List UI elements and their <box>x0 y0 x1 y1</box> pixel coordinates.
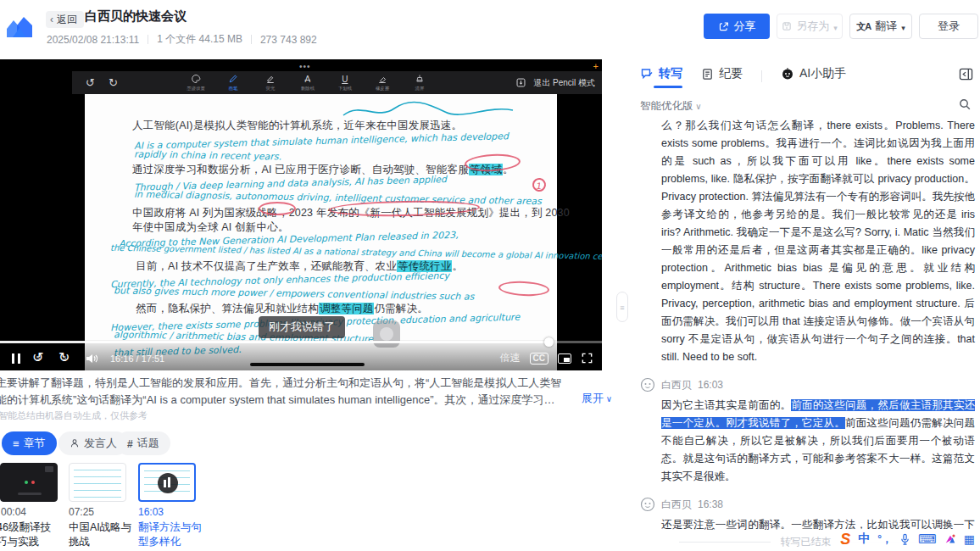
playback-speed-button[interactable]: 倍速 <box>500 351 521 365</box>
tool-pen[interactable]: 画笔 <box>214 74 252 92</box>
redo-icon[interactable] <box>109 76 118 89</box>
red-number-badge: 1 <box>532 177 547 192</box>
translate-button[interactable]: 文A 翻译 <box>849 14 912 39</box>
tool-highlighter[interactable]: 荧光 <box>252 74 289 92</box>
top-bar: 返回 白西贝的快速会议 2025/02/08 21:13:11 1 个文件 44… <box>0 0 980 53</box>
ime-toolbox-icon[interactable] <box>964 532 975 547</box>
broom-icon <box>415 74 425 85</box>
search-icon[interactable] <box>958 97 972 111</box>
keyboard-icon[interactable] <box>918 532 937 547</box>
transcript-block: 白西贝 16:38 还是要注意一些词的翻译。一些翻译方法，比如说我可以调换一下句… <box>640 497 977 532</box>
pip-icon[interactable] <box>558 353 571 364</box>
share-button[interactable]: 分享 <box>704 14 770 39</box>
canvas-text: 通过深度学习和数据分析，AI 已应用于医疗诊断、自动驾驶、智能客服 <box>132 164 469 175</box>
rewind-5s-button[interactable]: 5 <box>32 351 47 365</box>
more-dots-icon <box>299 62 311 71</box>
video-player[interactable]: 人工智能(AI)是模拟人类智能的计算机系统，近年来在中国发展迅速。 AI is … <box>0 59 602 370</box>
ai-assistant-label: AI小助手 <box>799 66 846 81</box>
tool-strikethrough[interactable]: 删除线 <box>289 74 326 92</box>
page-title: 白西贝的快速会议 <box>85 8 187 25</box>
canvas-text-line: 通过深度学习和数据分析，AI 已应用于医疗诊断、自动驾驶、智能客服等领域。 <box>132 163 514 177</box>
eraser-icon <box>377 74 387 85</box>
chapter-time-2[interactable]: 07:25 <box>69 506 94 518</box>
ime-language-toggle[interactable]: 中 <box>858 532 870 547</box>
thumb-dot <box>31 481 35 484</box>
exit-pencil-mode-button[interactable]: 退出 Pencil 模式 <box>533 77 595 89</box>
speaker-header: 白西贝 16:38 <box>640 497 977 512</box>
thumb-bar <box>18 493 42 495</box>
tab-chapters[interactable]: 章节 <box>2 431 57 455</box>
strikethrough-icon <box>304 74 310 85</box>
tool-eraser[interactable]: 橡皮擦 <box>364 74 401 92</box>
save-as-button[interactable]: 另存为 <box>777 14 843 39</box>
transcript-content[interactable]: 么？那么我们这句话怎么翻译，there exists。Problems. The… <box>640 117 977 532</box>
chapter-label-3[interactable]: 翻译方法与句型多样化 <box>138 520 203 549</box>
video-progress-bar[interactable] <box>0 341 602 343</box>
thumb-window <box>45 466 53 472</box>
panel-resize-handle[interactable] <box>616 292 628 322</box>
tool-ink-settings[interactable]: 墨迹设置 <box>177 74 214 92</box>
chapter-thumbnail-3[interactable] <box>138 463 196 502</box>
pause-button[interactable] <box>12 353 20 364</box>
summary-disclaimer: 智能总结由机器自动生成，仅供参考 <box>0 409 148 422</box>
chapter-thumbnail-1[interactable] <box>0 463 58 502</box>
microphone-icon[interactable] <box>899 533 910 546</box>
chapter-label-1[interactable]: 46级翻译技巧与实践 <box>0 520 61 549</box>
meta-file-info: 1 个文件 44.15 MB <box>157 32 242 47</box>
expand-summary-button[interactable]: 展开 <box>582 391 612 406</box>
volume-icon[interactable] <box>85 353 98 365</box>
tab-minutes[interactable]: 纪要 <box>701 66 743 86</box>
tool-label: 橡皮擦 <box>376 85 389 92</box>
speaker-header: 白西贝 16:03 <box>640 377 977 392</box>
chapter-time-3[interactable]: 16:03 <box>138 506 164 518</box>
canvas-text-line: 年使中国成为全球 AI 创新中心。 <box>132 220 289 235</box>
red-circle-annotation <box>498 280 550 297</box>
hash-icon <box>127 437 133 450</box>
chapter-time-1[interactable]: 00:04 <box>1 506 26 518</box>
tool-clear-screen[interactable]: 清屏 <box>401 74 438 92</box>
ai-summary-text: 主要讲解了翻译题，特别是人工智能的发展和应用。首先，通过分析主句和定语从句，将“… <box>0 375 599 408</box>
tab-divider <box>761 70 762 82</box>
handwriting-line: AI is a computer system that simulate hu… <box>134 131 509 152</box>
pencil-toolbar: 墨迹设置 画笔 荧光 删除线 下划线 <box>72 71 602 94</box>
progress-played <box>0 341 548 343</box>
tool-label: 画笔 <box>228 85 237 92</box>
login-label: 登录 <box>938 19 960 34</box>
speaker-name[interactable]: 白西贝 <box>661 498 692 512</box>
meta-divider <box>148 35 148 44</box>
ime-toolbar: S 中 °， <box>837 529 978 549</box>
fullscreen-icon[interactable] <box>581 352 593 365</box>
save-as-label: 另存为 <box>796 19 829 34</box>
sogou-logo-icon[interactable]: S <box>840 531 850 548</box>
undo-icon[interactable] <box>86 76 95 89</box>
chapter-thumbnail-2[interactable] <box>69 463 126 502</box>
ime-skin-icon[interactable] <box>944 533 956 545</box>
meta-timestamp: 2025/02/08 21:13:11 <box>47 34 139 46</box>
transcript-panel: 转写 纪要 AI小助手 智能优化版 么？那么我们这句话怎么翻译，there ex… <box>632 53 980 551</box>
login-button[interactable]: 登录 <box>919 14 978 39</box>
back-label: 返回 <box>57 14 77 25</box>
transcript-mode-select[interactable]: 智能优化版 <box>640 99 702 114</box>
speaker-timestamp[interactable]: 16:38 <box>698 498 723 510</box>
tab-topics[interactable]: 话题 <box>116 431 170 455</box>
speaker-timestamp[interactable]: 16:03 <box>698 379 723 391</box>
underline-icon <box>342 74 348 85</box>
tool-label: 墨迹设置 <box>187 85 205 92</box>
tool-underline[interactable]: 下划线 <box>326 74 364 92</box>
back-button[interactable]: 返回 <box>46 11 84 28</box>
ime-punctuation-toggle[interactable]: °， <box>877 532 892 547</box>
canvas-text-line: 人工智能(AI)是模拟人类智能的计算机系统，近年来在中国发展迅速。 <box>132 119 462 133</box>
tab-ai-assistant[interactable]: AI小助手 <box>781 66 846 86</box>
palette-icon <box>191 74 201 85</box>
export-icon[interactable] <box>515 77 526 88</box>
speaker-name[interactable]: 白西贝 <box>661 378 692 392</box>
handwriting-line: in medical diagnosis, autonomous driving… <box>134 189 542 207</box>
chapter-label-2[interactable]: 中国AI战略与挑战 <box>69 520 133 549</box>
collapse-panel-icon[interactable] <box>959 68 973 81</box>
transcript-text[interactable]: 么？那么我们这句话怎么翻译，there exists。Problems. The… <box>661 117 975 366</box>
cc-subtitles-button[interactable]: CC <box>530 353 548 365</box>
tab-transcribe[interactable]: 转写 <box>640 66 682 86</box>
forward-5s-button[interactable]: 5 <box>58 351 73 365</box>
save-as-caret-icon <box>833 20 838 33</box>
transcript-text[interactable]: 因为它主语其实是前面的。前面的这些问题，然后做主语那其实还是一个定从。刚才我说错… <box>661 397 975 486</box>
